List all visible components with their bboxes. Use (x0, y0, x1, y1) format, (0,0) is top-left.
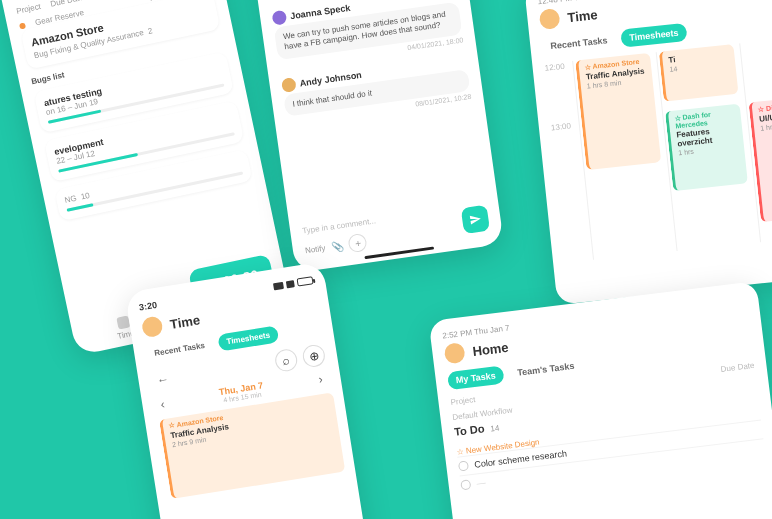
tab-recent-tasks[interactable]: Recent Tasks (145, 336, 214, 363)
notify-label[interactable]: Notify (304, 243, 326, 255)
avatar[interactable] (271, 10, 287, 26)
task-count: 2 (147, 26, 153, 36)
event-project: ☆ Digital Corona (758, 100, 772, 114)
status-icons (273, 275, 314, 291)
project-color-dot (19, 22, 26, 29)
page-title: Time (169, 312, 201, 332)
avatar[interactable] (141, 315, 164, 338)
event-block[interactable]: Ti 14 (659, 44, 739, 102)
mention-add-button[interactable]: + (348, 233, 368, 253)
search-icon[interactable]: ⌕ (274, 348, 299, 373)
attach-icon[interactable]: 📎 (330, 240, 343, 253)
checkbox-icon[interactable] (460, 479, 471, 490)
phone-timesheet: 3:20 Time Recent Tasks Timesheets ← ⌕ ⊕ … (125, 261, 376, 519)
next-day-icon[interactable]: › (311, 369, 330, 389)
tab-timesheets[interactable]: Timesheets (621, 23, 688, 48)
tablet-timesheet: 12:48 PM Thu Jan 7 Time Recent Tasks Tim… (524, 0, 772, 305)
avatar[interactable] (539, 8, 561, 30)
status-time: 3:20 (138, 300, 157, 313)
add-icon[interactable]: ⊕ (301, 343, 326, 368)
event-block[interactable]: ☆ Amazon Store Traffic Analysis 1 hrs 8 … (575, 53, 661, 170)
phone-chat: Files Andy Johnson Adwords is becoming v… (246, 0, 504, 273)
page-title: Time (567, 7, 599, 25)
prev-day-icon[interactable]: ‹ (153, 394, 172, 414)
calendar-grid: 12:00 13:00 ☆ Amazon Store Traffic Analy… (544, 35, 772, 263)
col-project[interactable]: Project (15, 2, 42, 18)
task-name: NG (64, 194, 78, 205)
checkbox-icon[interactable] (458, 460, 469, 471)
col-due[interactable]: Due Date (720, 361, 755, 374)
section-title[interactable]: To Do (454, 422, 486, 438)
tab-recent-tasks[interactable]: Recent Tasks (542, 30, 617, 56)
compose-bar: Type in a comment... Notify 📎 + (302, 201, 491, 260)
avatar[interactable] (281, 77, 297, 93)
tab-timesheets[interactable]: Timesheets (217, 325, 279, 351)
tab-my-tasks[interactable]: My Tasks (447, 366, 505, 391)
avatar[interactable] (444, 342, 466, 364)
prev-arrow-icon[interactable]: ← (149, 369, 176, 391)
date-header[interactable]: Thu, Jan 7 4 hrs 15 min (218, 380, 265, 404)
send-button[interactable] (461, 204, 490, 233)
col-project[interactable]: Project (450, 395, 476, 407)
tablet-home: 2:52 PM Thu Jan 7 Home My Tasks Team's T… (429, 281, 772, 519)
event-block[interactable]: ☆ Dash for Mercedes Features overzicht 1… (665, 104, 748, 191)
section-count: 14 (490, 423, 500, 433)
tab-team-tasks[interactable]: Team's Tasks (508, 356, 583, 383)
page-title: Home (472, 339, 510, 358)
